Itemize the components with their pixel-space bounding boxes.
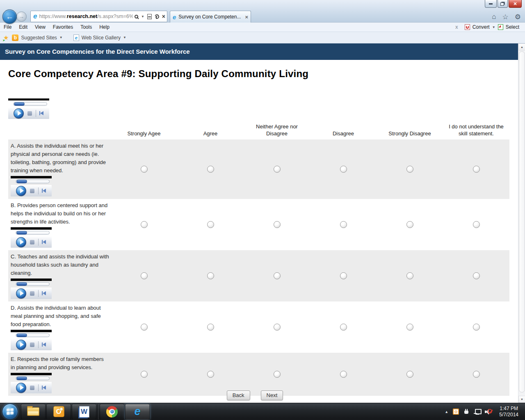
radio-option[interactable] bbox=[473, 324, 480, 331]
volume-muted-icon[interactable] bbox=[485, 409, 492, 415]
suggested-sites-link[interactable]: Suggested Sites bbox=[21, 35, 57, 41]
close-button[interactable]: ✕ bbox=[509, 0, 522, 8]
radio-option[interactable] bbox=[473, 272, 480, 279]
skip-back-button[interactable] bbox=[42, 240, 46, 244]
radio-option[interactable] bbox=[406, 166, 413, 173]
menu-file[interactable]: File bbox=[0, 24, 15, 30]
skip-back-button[interactable] bbox=[42, 386, 46, 390]
radio-option[interactable] bbox=[207, 221, 214, 228]
forward-nav-button[interactable]: → bbox=[16, 11, 27, 22]
taskbar-explorer-button[interactable] bbox=[21, 404, 46, 420]
stop-button[interactable] bbox=[30, 291, 34, 296]
play-button[interactable] bbox=[16, 186, 26, 196]
skip-back-button[interactable] bbox=[39, 111, 43, 115]
player-seek-knob[interactable] bbox=[16, 333, 27, 337]
radio-option[interactable] bbox=[340, 324, 347, 331]
radio-option[interactable] bbox=[141, 272, 148, 279]
player-seek-slider[interactable] bbox=[16, 180, 50, 183]
taskbar-clock[interactable]: 1:47 PM 5/7/2014 bbox=[497, 406, 521, 418]
menu-view[interactable]: View bbox=[31, 24, 49, 30]
stop-button[interactable] bbox=[30, 342, 34, 347]
play-button[interactable] bbox=[16, 288, 26, 299]
refresh-icon[interactable] bbox=[154, 14, 160, 19]
tab-close-icon[interactable]: × bbox=[245, 14, 248, 20]
search-dropdown-icon[interactable]: ▼ bbox=[141, 15, 144, 18]
radio-option[interactable] bbox=[141, 371, 148, 378]
radio-option[interactable] bbox=[473, 371, 480, 378]
minimize-button[interactable] bbox=[485, 0, 497, 8]
radio-option[interactable] bbox=[406, 272, 413, 279]
search-icon[interactable] bbox=[135, 15, 138, 18]
radio-option[interactable] bbox=[406, 221, 413, 228]
favorites-star-icon[interactable]: ☆ bbox=[502, 13, 509, 21]
network-icon[interactable] bbox=[474, 409, 480, 415]
show-hidden-icons[interactable]: ▲ bbox=[445, 410, 448, 414]
convert-dropdown-icon[interactable]: ▼ bbox=[492, 25, 495, 29]
radio-option[interactable] bbox=[274, 221, 281, 228]
next-button[interactable]: Next bbox=[261, 390, 283, 400]
menu-tools[interactable]: Tools bbox=[77, 24, 96, 30]
stop-button[interactable] bbox=[30, 240, 34, 244]
scroll-down-icon[interactable]: ▼ bbox=[518, 396, 525, 403]
radio-option[interactable] bbox=[207, 166, 214, 173]
radio-option[interactable] bbox=[406, 324, 413, 331]
restore-button[interactable] bbox=[498, 0, 508, 8]
taskbar-ie-button[interactable]: e bbox=[125, 404, 150, 420]
taskbar-outlook-button[interactable]: O bbox=[46, 404, 71, 420]
radio-option[interactable] bbox=[274, 166, 281, 173]
player-seek-knob[interactable] bbox=[16, 282, 27, 286]
player-seek-slider[interactable] bbox=[13, 102, 47, 106]
taskbar-word-button[interactable]: W bbox=[72, 404, 96, 420]
home-icon[interactable]: ⌂ bbox=[492, 13, 496, 21]
outlook-tray-icon[interactable]: O bbox=[453, 409, 459, 415]
start-button[interactable] bbox=[2, 404, 18, 420]
radio-option[interactable] bbox=[473, 221, 480, 228]
radio-option[interactable] bbox=[274, 371, 281, 378]
skip-back-button[interactable] bbox=[42, 342, 46, 347]
radio-option[interactable] bbox=[141, 324, 148, 331]
player-seek-slider[interactable] bbox=[16, 377, 50, 380]
select-button[interactable]: Select bbox=[506, 24, 519, 30]
player-seek-knob[interactable] bbox=[16, 231, 27, 235]
player-seek-knob[interactable] bbox=[16, 180, 27, 183]
web-slice-gallery-link[interactable]: Web Slice Gallery bbox=[82, 35, 121, 41]
settings-gear-icon[interactable]: ⚙ bbox=[515, 13, 521, 21]
player-seek-knob[interactable] bbox=[16, 377, 27, 380]
player-seek-slider[interactable] bbox=[16, 333, 50, 337]
menu-favorites[interactable]: Favorites bbox=[49, 24, 77, 30]
stop-button[interactable] bbox=[30, 189, 34, 193]
back-button[interactable]: Back bbox=[227, 390, 250, 400]
menu-help[interactable]: Help bbox=[96, 24, 113, 30]
play-button[interactable] bbox=[14, 108, 24, 119]
player-seek-slider[interactable] bbox=[16, 282, 50, 286]
radio-option[interactable] bbox=[207, 371, 214, 378]
menu-edit[interactable]: Edit bbox=[15, 24, 31, 30]
radio-option[interactable] bbox=[340, 272, 347, 279]
radio-option[interactable] bbox=[141, 166, 148, 173]
scrollbar-thumb[interactable] bbox=[519, 51, 525, 393]
radio-option[interactable] bbox=[340, 166, 347, 173]
add-favorite-icon[interactable]: ★ bbox=[3, 34, 9, 41]
radio-option[interactable] bbox=[274, 324, 281, 331]
radio-option[interactable] bbox=[340, 371, 347, 378]
scroll-up-icon[interactable]: ▲ bbox=[518, 43, 525, 50]
radio-option[interactable] bbox=[406, 371, 413, 378]
address-bar[interactable]: e https://www.research.net/s.aspx?sm=6%2… bbox=[30, 11, 167, 22]
browser-tab[interactable]: e Survey on Core Competen... × bbox=[170, 11, 251, 23]
taskbar-chrome-button[interactable] bbox=[100, 404, 124, 420]
play-button[interactable] bbox=[16, 340, 26, 350]
radio-option[interactable] bbox=[274, 272, 281, 279]
compatibility-view-icon[interactable] bbox=[147, 14, 152, 19]
radio-option[interactable] bbox=[340, 221, 347, 228]
player-seek-slider[interactable] bbox=[16, 231, 50, 235]
player-seek-knob[interactable] bbox=[14, 102, 25, 106]
power-icon[interactable] bbox=[463, 409, 469, 415]
web-slice-dropdown-icon[interactable]: ▼ bbox=[123, 36, 126, 39]
vertical-scrollbar[interactable]: ▲ ▼ bbox=[518, 43, 525, 403]
skip-back-button[interactable] bbox=[42, 189, 46, 193]
play-button[interactable] bbox=[16, 237, 26, 247]
stop-button[interactable] bbox=[27, 111, 32, 116]
radio-option[interactable] bbox=[141, 221, 148, 228]
radio-option[interactable] bbox=[207, 324, 214, 331]
stop-icon[interactable]: × bbox=[162, 14, 165, 19]
